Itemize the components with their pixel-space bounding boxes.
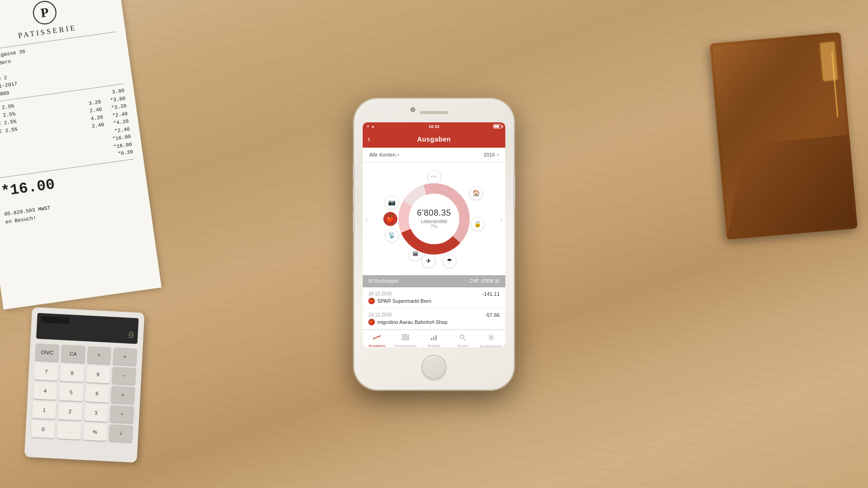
back-button[interactable]: ‹ bbox=[367, 134, 370, 144]
transaction-item-2[interactable]: 14.12.2016 -57.66 🍎 migrolino Aarau Bahn… bbox=[363, 308, 505, 330]
year-filter[interactable]: 2016 ▾ bbox=[484, 152, 499, 158]
tab-kontoauszug[interactable]: Kontoauszug bbox=[391, 330, 420, 347]
year-label: 2016 bbox=[484, 152, 495, 158]
phone-container: ✈ ▲ 16:33 ‹ Ausgaben bbox=[354, 99, 514, 390]
home-button[interactable] bbox=[422, 355, 446, 379]
bookings-count: 92 Buchungen bbox=[368, 278, 399, 284]
accounts-label: Alle Konten bbox=[369, 152, 396, 158]
transaction-top-1: 18.12.2016 -141.11 bbox=[368, 291, 500, 297]
transaction-icon-1: 🍎 bbox=[368, 298, 375, 304]
svg-rect-6 bbox=[402, 338, 405, 340]
phone-camera bbox=[411, 107, 415, 112]
transaction-top-2: 14.12.2016 -57.66 bbox=[368, 312, 500, 318]
ausgaben-icon bbox=[373, 334, 381, 343]
transaction-icon-2: 🍎 bbox=[368, 319, 375, 325]
svg-rect-4 bbox=[402, 335, 405, 337]
summary-amount: CHF -6'808.36 bbox=[469, 278, 500, 284]
calc-btn-7[interactable]: 7 bbox=[34, 362, 58, 381]
phone-volume-down-button[interactable] bbox=[353, 211, 355, 233]
phone-screen: ✈ ▲ 16:33 ‹ Ausgaben bbox=[363, 122, 505, 347]
tab-ausgaben[interactable]: Ausgaben bbox=[363, 330, 391, 347]
calc-btn-sqrt[interactable]: √ bbox=[109, 424, 133, 443]
svg-rect-8 bbox=[431, 338, 432, 340]
transaction-list: 18.12.2016 -141.11 🍎 SPAR Supermarkt Ber… bbox=[363, 287, 505, 330]
phone-mute-button[interactable] bbox=[353, 165, 355, 179]
calc-btn-1[interactable]: 1 bbox=[32, 401, 56, 419]
calc-btn-plus[interactable]: + bbox=[113, 347, 137, 366]
donut-category: Lebensmittel bbox=[417, 219, 451, 224]
calc-btn-8[interactable]: 8 bbox=[60, 364, 84, 382]
calc-btn-3[interactable]: 3 bbox=[84, 404, 108, 422]
calc-btn-pct[interactable]: % bbox=[83, 423, 107, 441]
donut-amount: 6'808.35 bbox=[417, 208, 451, 218]
nav-title: Ausgaben bbox=[417, 135, 451, 143]
calc-btn-5[interactable]: 5 bbox=[59, 383, 83, 401]
chart-area: ‹ › ••• 🏠 bbox=[363, 163, 505, 275]
calc-btn-4[interactable]: 4 bbox=[33, 382, 57, 400]
battery-fill bbox=[494, 125, 499, 128]
tab-suche[interactable]: Suche bbox=[448, 330, 477, 347]
calc-btn-ca[interactable]: CA bbox=[61, 345, 85, 363]
calc-buttons: ON/C CA = + 7 8 9 − 4 5 6 × 1 2 3 ÷ 0 . … bbox=[31, 343, 137, 442]
tab-einstellungen[interactable]: Einstellungen bbox=[477, 330, 505, 347]
wallet-stitch bbox=[709, 32, 858, 240]
phone-volume-up-button[interactable] bbox=[353, 186, 355, 207]
phone-speaker bbox=[420, 111, 448, 114]
status-bar-left: ✈ ▲ bbox=[366, 124, 375, 128]
calc-display-value: 0 bbox=[128, 330, 134, 341]
wallet bbox=[709, 32, 858, 240]
accounts-filter[interactable]: Alle Konten ▾ bbox=[369, 152, 399, 158]
transaction-label-2: migrolino Aarau Bahnhof-Shop bbox=[377, 319, 448, 325]
calc-btn-onc[interactable]: ON/C bbox=[35, 343, 60, 361]
calc-btn-6[interactable]: 6 bbox=[85, 384, 109, 403]
calc-btn-dot[interactable]: . bbox=[57, 421, 81, 440]
tab-budget-label: Budget bbox=[428, 344, 440, 347]
budget-icon bbox=[430, 334, 438, 343]
svg-line-12 bbox=[464, 338, 465, 340]
calc-btn-div[interactable]: ÷ bbox=[110, 405, 134, 423]
transaction-amount-1: -141.11 bbox=[482, 291, 500, 297]
year-arrow: ▾ bbox=[497, 153, 499, 157]
app-screen: ✈ ▲ 16:33 ‹ Ausgaben bbox=[363, 122, 505, 347]
svg-point-11 bbox=[460, 335, 464, 338]
chart-prev-button[interactable]: ‹ bbox=[365, 215, 368, 223]
donut-chart: 6'808.35 Lebensmittel 7% bbox=[392, 177, 476, 261]
airplane-icon: ✈ bbox=[366, 124, 370, 128]
transaction-name-1: 🍎 SPAR Supermarkt Bern bbox=[368, 298, 500, 304]
transaction-date-2: 14.12.2016 bbox=[368, 312, 392, 317]
donut-percent: 7% bbox=[417, 224, 451, 229]
calc-btn-2[interactable]: 2 bbox=[58, 402, 82, 420]
einstellungen-icon bbox=[487, 334, 495, 343]
transaction-date-1: 18.12.2016 bbox=[368, 291, 392, 296]
phone-power-button[interactable] bbox=[513, 174, 515, 207]
calc-btn-0[interactable]: 0 bbox=[31, 420, 55, 438]
summary-bar: 92 Buchungen CHF -6'808.36 bbox=[363, 275, 505, 287]
phone: ✈ ▲ 16:33 ‹ Ausgaben bbox=[354, 99, 514, 390]
svg-point-13 bbox=[490, 336, 492, 338]
chart-next-button[interactable]: › bbox=[500, 215, 503, 223]
tab-budget[interactable]: Budget bbox=[420, 330, 449, 347]
accounts-arrow: ▾ bbox=[397, 153, 399, 157]
tab-suche-label: Suche bbox=[457, 344, 468, 347]
transaction-amount-2: -57.66 bbox=[485, 312, 500, 318]
calc-btn-9[interactable]: 9 bbox=[86, 365, 110, 383]
svg-rect-5 bbox=[406, 335, 409, 337]
receipt-logo-letter: P bbox=[31, 0, 58, 26]
calc-btn-mul[interactable]: × bbox=[111, 386, 135, 404]
battery-icon bbox=[493, 124, 502, 128]
wifi-icon: ▲ bbox=[371, 124, 375, 128]
nav-header: ‹ Ausgaben bbox=[363, 131, 505, 148]
calc-btn-eq[interactable]: = bbox=[87, 346, 111, 364]
filter-bar: Alle Konten ▾ 2016 ▾ bbox=[363, 148, 505, 163]
calc-btn-minus[interactable]: − bbox=[112, 367, 136, 385]
tab-ausgaben-label: Ausgaben bbox=[368, 344, 385, 347]
transaction-name-2: 🍎 migrolino Aarau Bahnhof-Shop bbox=[368, 319, 500, 325]
kontoauszug-icon bbox=[402, 334, 409, 343]
svg-rect-10 bbox=[435, 335, 437, 340]
transaction-label-1: SPAR Supermarkt Bern bbox=[377, 298, 431, 304]
tab-einstellungen-label: Einstellungen bbox=[480, 344, 503, 347]
tab-bar: Ausgaben Kontoauszug Budget bbox=[363, 330, 505, 347]
status-time: 16:33 bbox=[428, 124, 439, 129]
transaction-item[interactable]: 18.12.2016 -141.11 🍎 SPAR Supermarkt Ber… bbox=[363, 287, 505, 308]
donut-center: 6'808.35 Lebensmittel 7% bbox=[417, 208, 451, 229]
